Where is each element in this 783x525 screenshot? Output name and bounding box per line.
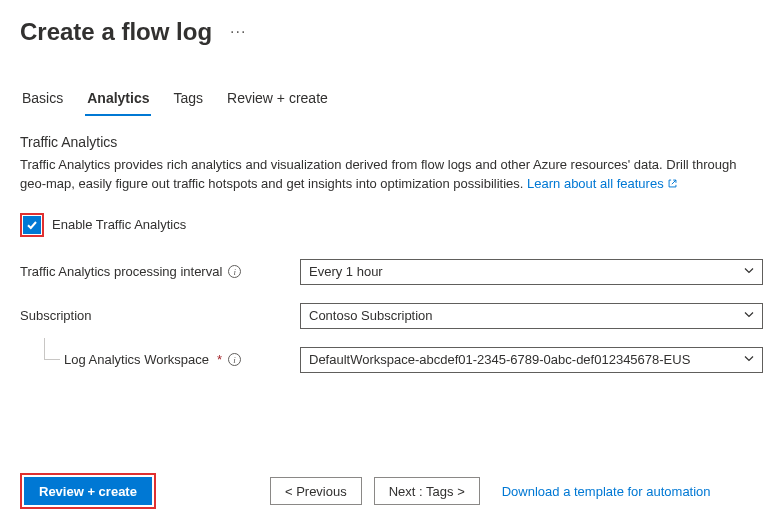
tab-basics[interactable]: Basics — [20, 84, 65, 116]
enable-traffic-analytics-checkbox[interactable] — [23, 216, 41, 234]
workspace-value: DefaultWorkspace-abcdef01-2345-6789-0abc… — [309, 352, 690, 367]
section-description: Traffic Analytics provides rich analytic… — [20, 156, 763, 195]
info-icon[interactable]: i — [228, 353, 241, 366]
tab-review-create[interactable]: Review + create — [225, 84, 330, 116]
subscription-label: Subscription — [20, 308, 92, 323]
subscription-select[interactable]: Contoso Subscription — [300, 303, 763, 329]
enable-checkbox-highlight — [20, 213, 44, 237]
next-button[interactable]: Next : Tags > — [374, 477, 480, 505]
learn-more-label: Learn about all features — [527, 176, 664, 191]
more-actions-icon[interactable]: ··· — [230, 23, 246, 41]
external-link-icon — [667, 176, 678, 195]
review-create-highlight: Review + create — [20, 473, 156, 509]
checkmark-icon — [26, 219, 38, 231]
tab-bar: Basics Analytics Tags Review + create — [0, 56, 783, 116]
section-heading: Traffic Analytics — [20, 134, 763, 150]
chevron-down-icon — [743, 264, 755, 279]
required-asterisk: * — [217, 352, 222, 367]
learn-more-link[interactable]: Learn about all features — [527, 176, 678, 191]
interval-label: Traffic Analytics processing interval — [20, 264, 222, 279]
enable-traffic-analytics-label: Enable Traffic Analytics — [52, 217, 186, 232]
previous-button[interactable]: < Previous — [270, 477, 362, 505]
subscription-value: Contoso Subscription — [309, 308, 433, 323]
tree-connector-line — [44, 338, 60, 360]
workspace-label: Log Analytics Workspace — [64, 352, 209, 367]
workspace-select[interactable]: DefaultWorkspace-abcdef01-2345-6789-0abc… — [300, 347, 763, 373]
chevron-down-icon — [743, 352, 755, 367]
interval-select[interactable]: Every 1 hour — [300, 259, 763, 285]
info-icon[interactable]: i — [228, 265, 241, 278]
review-create-button[interactable]: Review + create — [24, 477, 152, 505]
interval-value: Every 1 hour — [309, 264, 383, 279]
download-template-link[interactable]: Download a template for automation — [502, 484, 711, 499]
tab-analytics[interactable]: Analytics — [85, 84, 151, 116]
page-title: Create a flow log — [20, 18, 212, 46]
chevron-down-icon — [743, 308, 755, 323]
tab-tags[interactable]: Tags — [171, 84, 205, 116]
